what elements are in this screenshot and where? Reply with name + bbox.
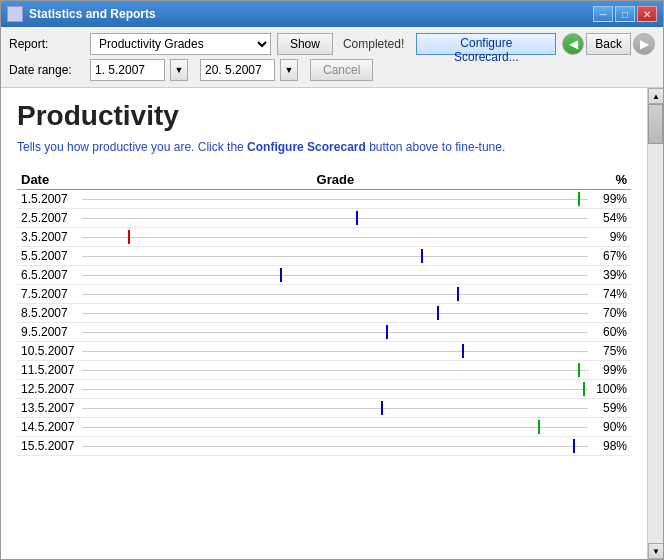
date-range-label: Date range: <box>9 63 84 77</box>
data-table: Date Grade % 1.5.200799%2.5.200754%3.5.2… <box>17 170 631 456</box>
col-header-grade: Grade <box>78 170 592 190</box>
description: Tells you how productive you are. Click … <box>17 140 631 154</box>
date-to-arrow[interactable]: ▼ <box>280 59 298 81</box>
table-row: 10.5.200775% <box>17 342 631 361</box>
cell-date: 13.5.2007 <box>17 399 78 418</box>
date-from-input[interactable] <box>90 59 165 81</box>
forward-nav-icon[interactable]: ▶ <box>633 33 655 55</box>
cell-grade <box>78 190 592 209</box>
cell-date: 2.5.2007 <box>17 209 78 228</box>
window-title: Statistics and Reports <box>29 7 156 21</box>
description-suffix: button above to fine-tune. <box>366 140 505 154</box>
cell-pct: 59% <box>592 399 631 418</box>
scrollbar[interactable]: ▲ ▼ <box>647 88 663 559</box>
cell-pct: 74% <box>592 285 631 304</box>
cell-pct: 75% <box>592 342 631 361</box>
cell-date: 1.5.2007 <box>17 190 78 209</box>
cell-pct: 90% <box>592 418 631 437</box>
scroll-down-button[interactable]: ▼ <box>648 543 663 559</box>
cell-pct: 70% <box>592 304 631 323</box>
title-buttons: ─ □ ✕ <box>593 6 657 22</box>
cell-date: 15.5.2007 <box>17 437 78 456</box>
cell-pct: 9% <box>592 228 631 247</box>
cell-pct: 39% <box>592 266 631 285</box>
back-button[interactable]: Back <box>586 33 631 55</box>
cell-grade <box>78 228 592 247</box>
cell-date: 12.5.2007 <box>17 380 78 399</box>
table-row: 2.5.200754% <box>17 209 631 228</box>
cell-date: 3.5.2007 <box>17 228 78 247</box>
scroll-track[interactable] <box>648 104 663 543</box>
cell-grade <box>78 285 592 304</box>
cell-date: 6.5.2007 <box>17 266 78 285</box>
cell-grade <box>78 247 592 266</box>
cell-pct: 100% <box>592 380 631 399</box>
table-row: 9.5.200760% <box>17 323 631 342</box>
table-row: 11.5.200799% <box>17 361 631 380</box>
cell-date: 14.5.2007 <box>17 418 78 437</box>
table-row: 1.5.200799% <box>17 190 631 209</box>
configure-scorecard-button[interactable]: Configure Scorecard... <box>416 33 556 55</box>
cell-pct: 60% <box>592 323 631 342</box>
table-row: 6.5.200739% <box>17 266 631 285</box>
cell-grade <box>78 209 592 228</box>
title-bar-left: Statistics and Reports <box>7 6 156 22</box>
cell-grade <box>78 418 592 437</box>
close-button[interactable]: ✕ <box>637 6 657 22</box>
table-header-row: Date Grade % <box>17 170 631 190</box>
table-row: 12.5.2007100% <box>17 380 631 399</box>
table-row: 5.5.200767% <box>17 247 631 266</box>
cancel-button[interactable]: Cancel <box>310 59 373 81</box>
cell-date: 7.5.2007 <box>17 285 78 304</box>
cell-grade <box>78 437 592 456</box>
cell-date: 10.5.2007 <box>17 342 78 361</box>
table-row: 7.5.200774% <box>17 285 631 304</box>
date-from-arrow[interactable]: ▼ <box>170 59 188 81</box>
report-label: Report: <box>9 37 84 51</box>
window-icon <box>7 6 23 22</box>
cell-grade <box>78 380 592 399</box>
table-row: 15.5.200798% <box>17 437 631 456</box>
cell-date: 5.5.2007 <box>17 247 78 266</box>
completed-status: Completed! <box>343 37 404 51</box>
cell-pct: 54% <box>592 209 631 228</box>
show-button[interactable]: Show <box>277 33 333 55</box>
description-bold: Configure Scorecard <box>247 140 366 154</box>
cell-pct: 99% <box>592 361 631 380</box>
cell-date: 9.5.2007 <box>17 323 78 342</box>
toolbar-row-2: Date range: ▼ ▼ Cancel <box>9 59 655 81</box>
cell-grade <box>78 399 592 418</box>
maximize-button[interactable]: □ <box>615 6 635 22</box>
table-row: 13.5.200759% <box>17 399 631 418</box>
cell-grade <box>78 342 592 361</box>
description-prefix: Tells you how productive you are. Click … <box>17 140 247 154</box>
report-select[interactable]: Productivity Grades <box>90 33 271 55</box>
cell-grade <box>78 323 592 342</box>
cell-grade <box>78 266 592 285</box>
cell-date: 11.5.2007 <box>17 361 78 380</box>
cell-pct: 98% <box>592 437 631 456</box>
cell-grade <box>78 361 592 380</box>
page-title: Productivity <box>17 100 631 132</box>
scroll-up-button[interactable]: ▲ <box>648 88 663 104</box>
table-row: 14.5.200790% <box>17 418 631 437</box>
col-header-pct: % <box>592 170 631 190</box>
table-body: 1.5.200799%2.5.200754%3.5.20079%5.5.2007… <box>17 190 631 456</box>
content-area: Productivity Tells you how productive yo… <box>1 88 663 559</box>
minimize-button[interactable]: ─ <box>593 6 613 22</box>
cell-date: 8.5.2007 <box>17 304 78 323</box>
date-to-input[interactable] <box>200 59 275 81</box>
back-nav-icon[interactable]: ◀ <box>562 33 584 55</box>
main-window: Statistics and Reports ─ □ ✕ Report: Pro… <box>0 0 664 560</box>
table-row: 3.5.20079% <box>17 228 631 247</box>
cell-pct: 99% <box>592 190 631 209</box>
cell-pct: 67% <box>592 247 631 266</box>
title-bar: Statistics and Reports ─ □ ✕ <box>1 1 663 27</box>
scroll-thumb[interactable] <box>648 104 663 144</box>
toolbar-row-1: Report: Productivity Grades Show Complet… <box>9 33 655 55</box>
content-scroll[interactable]: Productivity Tells you how productive yo… <box>1 88 647 559</box>
toolbar: Report: Productivity Grades Show Complet… <box>1 27 663 88</box>
table-row: 8.5.200770% <box>17 304 631 323</box>
col-header-date: Date <box>17 170 78 190</box>
cell-grade <box>78 304 592 323</box>
